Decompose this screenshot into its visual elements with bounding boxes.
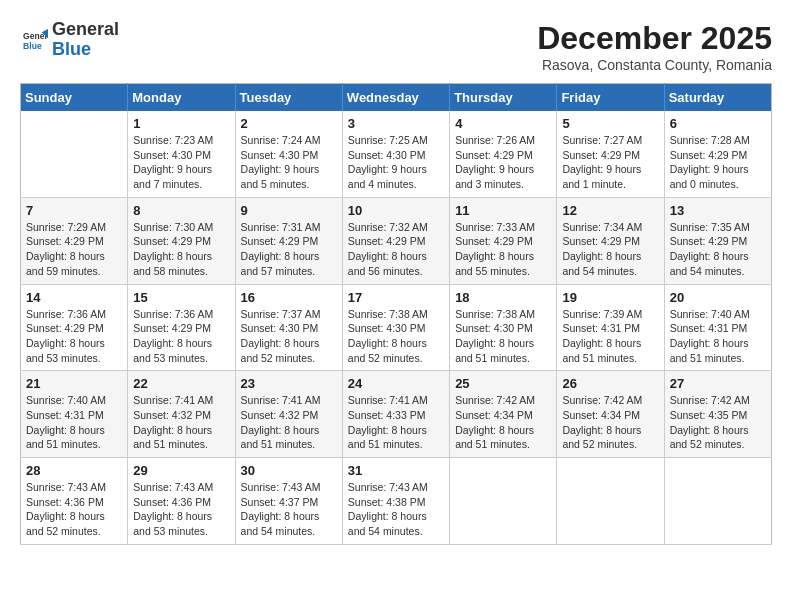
- calendar-cell: 28Sunrise: 7:43 AM Sunset: 4:36 PM Dayli…: [21, 458, 128, 545]
- weekday-header-monday: Monday: [128, 84, 235, 112]
- day-number: 13: [670, 203, 766, 218]
- day-number: 7: [26, 203, 122, 218]
- title-area: December 2025 Rasova, Constanta County, …: [537, 20, 772, 73]
- day-number: 27: [670, 376, 766, 391]
- logo-icon: General Blue: [20, 26, 48, 54]
- day-info: Sunrise: 7:36 AM Sunset: 4:29 PM Dayligh…: [133, 307, 229, 366]
- calendar-cell: 20Sunrise: 7:40 AM Sunset: 4:31 PM Dayli…: [664, 284, 771, 371]
- calendar-cell: 9Sunrise: 7:31 AM Sunset: 4:29 PM Daylig…: [235, 197, 342, 284]
- day-number: 16: [241, 290, 337, 305]
- day-info: Sunrise: 7:23 AM Sunset: 4:30 PM Dayligh…: [133, 133, 229, 192]
- calendar-week-1: 7Sunrise: 7:29 AM Sunset: 4:29 PM Daylig…: [21, 197, 772, 284]
- calendar-cell: 5Sunrise: 7:27 AM Sunset: 4:29 PM Daylig…: [557, 111, 664, 197]
- day-info: Sunrise: 7:32 AM Sunset: 4:29 PM Dayligh…: [348, 220, 444, 279]
- day-number: 24: [348, 376, 444, 391]
- day-number: 2: [241, 116, 337, 131]
- day-number: 21: [26, 376, 122, 391]
- day-number: 22: [133, 376, 229, 391]
- day-info: Sunrise: 7:43 AM Sunset: 4:36 PM Dayligh…: [133, 480, 229, 539]
- day-number: 9: [241, 203, 337, 218]
- calendar-cell: 31Sunrise: 7:43 AM Sunset: 4:38 PM Dayli…: [342, 458, 449, 545]
- calendar-cell: 4Sunrise: 7:26 AM Sunset: 4:29 PM Daylig…: [450, 111, 557, 197]
- calendar-cell: 13Sunrise: 7:35 AM Sunset: 4:29 PM Dayli…: [664, 197, 771, 284]
- day-info: Sunrise: 7:41 AM Sunset: 4:33 PM Dayligh…: [348, 393, 444, 452]
- calendar-cell: 3Sunrise: 7:25 AM Sunset: 4:30 PM Daylig…: [342, 111, 449, 197]
- day-number: 25: [455, 376, 551, 391]
- calendar-cell: [557, 458, 664, 545]
- day-info: Sunrise: 7:43 AM Sunset: 4:37 PM Dayligh…: [241, 480, 337, 539]
- day-info: Sunrise: 7:31 AM Sunset: 4:29 PM Dayligh…: [241, 220, 337, 279]
- calendar-week-0: 1Sunrise: 7:23 AM Sunset: 4:30 PM Daylig…: [21, 111, 772, 197]
- location-subtitle: Rasova, Constanta County, Romania: [537, 57, 772, 73]
- month-title: December 2025: [537, 20, 772, 57]
- day-number: 6: [670, 116, 766, 131]
- day-number: 20: [670, 290, 766, 305]
- day-number: 12: [562, 203, 658, 218]
- calendar-table: SundayMondayTuesdayWednesdayThursdayFrid…: [20, 83, 772, 545]
- day-number: 8: [133, 203, 229, 218]
- day-info: Sunrise: 7:42 AM Sunset: 4:34 PM Dayligh…: [455, 393, 551, 452]
- calendar-cell: 17Sunrise: 7:38 AM Sunset: 4:30 PM Dayli…: [342, 284, 449, 371]
- calendar-cell: 24Sunrise: 7:41 AM Sunset: 4:33 PM Dayli…: [342, 371, 449, 458]
- calendar-cell: 30Sunrise: 7:43 AM Sunset: 4:37 PM Dayli…: [235, 458, 342, 545]
- day-info: Sunrise: 7:25 AM Sunset: 4:30 PM Dayligh…: [348, 133, 444, 192]
- calendar-cell: 12Sunrise: 7:34 AM Sunset: 4:29 PM Dayli…: [557, 197, 664, 284]
- day-info: Sunrise: 7:28 AM Sunset: 4:29 PM Dayligh…: [670, 133, 766, 192]
- day-info: Sunrise: 7:26 AM Sunset: 4:29 PM Dayligh…: [455, 133, 551, 192]
- calendar-cell: [664, 458, 771, 545]
- day-number: 10: [348, 203, 444, 218]
- calendar-cell: [450, 458, 557, 545]
- calendar-cell: 29Sunrise: 7:43 AM Sunset: 4:36 PM Dayli…: [128, 458, 235, 545]
- calendar-cell: 21Sunrise: 7:40 AM Sunset: 4:31 PM Dayli…: [21, 371, 128, 458]
- day-info: Sunrise: 7:37 AM Sunset: 4:30 PM Dayligh…: [241, 307, 337, 366]
- day-info: Sunrise: 7:42 AM Sunset: 4:34 PM Dayligh…: [562, 393, 658, 452]
- day-number: 14: [26, 290, 122, 305]
- day-info: Sunrise: 7:43 AM Sunset: 4:38 PM Dayligh…: [348, 480, 444, 539]
- weekday-header-friday: Friday: [557, 84, 664, 112]
- calendar-cell: 14Sunrise: 7:36 AM Sunset: 4:29 PM Dayli…: [21, 284, 128, 371]
- day-info: Sunrise: 7:24 AM Sunset: 4:30 PM Dayligh…: [241, 133, 337, 192]
- day-number: 19: [562, 290, 658, 305]
- calendar-week-3: 21Sunrise: 7:40 AM Sunset: 4:31 PM Dayli…: [21, 371, 772, 458]
- calendar-week-4: 28Sunrise: 7:43 AM Sunset: 4:36 PM Dayli…: [21, 458, 772, 545]
- day-info: Sunrise: 7:35 AM Sunset: 4:29 PM Dayligh…: [670, 220, 766, 279]
- day-number: 4: [455, 116, 551, 131]
- day-number: 31: [348, 463, 444, 478]
- calendar-cell: 8Sunrise: 7:30 AM Sunset: 4:29 PM Daylig…: [128, 197, 235, 284]
- day-number: 11: [455, 203, 551, 218]
- weekday-header-row: SundayMondayTuesdayWednesdayThursdayFrid…: [21, 84, 772, 112]
- day-info: Sunrise: 7:38 AM Sunset: 4:30 PM Dayligh…: [455, 307, 551, 366]
- day-info: Sunrise: 7:34 AM Sunset: 4:29 PM Dayligh…: [562, 220, 658, 279]
- day-info: Sunrise: 7:36 AM Sunset: 4:29 PM Dayligh…: [26, 307, 122, 366]
- day-info: Sunrise: 7:33 AM Sunset: 4:29 PM Dayligh…: [455, 220, 551, 279]
- weekday-header-sunday: Sunday: [21, 84, 128, 112]
- day-info: Sunrise: 7:29 AM Sunset: 4:29 PM Dayligh…: [26, 220, 122, 279]
- day-info: Sunrise: 7:41 AM Sunset: 4:32 PM Dayligh…: [241, 393, 337, 452]
- calendar-cell: 11Sunrise: 7:33 AM Sunset: 4:29 PM Dayli…: [450, 197, 557, 284]
- calendar-cell: [21, 111, 128, 197]
- calendar-cell: 19Sunrise: 7:39 AM Sunset: 4:31 PM Dayli…: [557, 284, 664, 371]
- calendar-cell: 6Sunrise: 7:28 AM Sunset: 4:29 PM Daylig…: [664, 111, 771, 197]
- calendar-cell: 15Sunrise: 7:36 AM Sunset: 4:29 PM Dayli…: [128, 284, 235, 371]
- day-info: Sunrise: 7:30 AM Sunset: 4:29 PM Dayligh…: [133, 220, 229, 279]
- day-info: Sunrise: 7:27 AM Sunset: 4:29 PM Dayligh…: [562, 133, 658, 192]
- calendar-cell: 10Sunrise: 7:32 AM Sunset: 4:29 PM Dayli…: [342, 197, 449, 284]
- calendar-cell: 16Sunrise: 7:37 AM Sunset: 4:30 PM Dayli…: [235, 284, 342, 371]
- day-number: 1: [133, 116, 229, 131]
- day-number: 3: [348, 116, 444, 131]
- calendar-cell: 2Sunrise: 7:24 AM Sunset: 4:30 PM Daylig…: [235, 111, 342, 197]
- calendar-cell: 22Sunrise: 7:41 AM Sunset: 4:32 PM Dayli…: [128, 371, 235, 458]
- calendar-cell: 26Sunrise: 7:42 AM Sunset: 4:34 PM Dayli…: [557, 371, 664, 458]
- calendar-cell: 18Sunrise: 7:38 AM Sunset: 4:30 PM Dayli…: [450, 284, 557, 371]
- calendar-cell: 23Sunrise: 7:41 AM Sunset: 4:32 PM Dayli…: [235, 371, 342, 458]
- day-info: Sunrise: 7:43 AM Sunset: 4:36 PM Dayligh…: [26, 480, 122, 539]
- day-number: 18: [455, 290, 551, 305]
- day-info: Sunrise: 7:40 AM Sunset: 4:31 PM Dayligh…: [670, 307, 766, 366]
- day-info: Sunrise: 7:42 AM Sunset: 4:35 PM Dayligh…: [670, 393, 766, 452]
- day-info: Sunrise: 7:40 AM Sunset: 4:31 PM Dayligh…: [26, 393, 122, 452]
- calendar-week-2: 14Sunrise: 7:36 AM Sunset: 4:29 PM Dayli…: [21, 284, 772, 371]
- page-header: General Blue General Blue December 2025 …: [20, 20, 772, 73]
- weekday-header-thursday: Thursday: [450, 84, 557, 112]
- weekday-header-wednesday: Wednesday: [342, 84, 449, 112]
- day-number: 17: [348, 290, 444, 305]
